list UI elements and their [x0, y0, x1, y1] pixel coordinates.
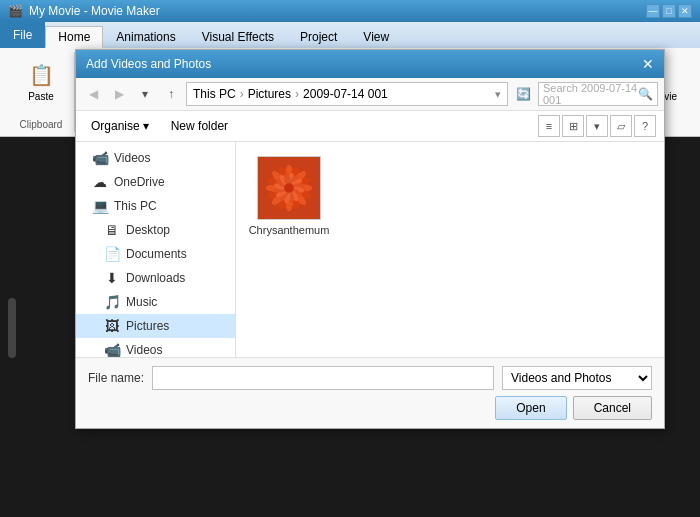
nav-videos-2[interactable]: 📹 Videos [76, 338, 235, 357]
nav-downloads-label: Downloads [126, 271, 185, 285]
tab-file[interactable]: File [0, 22, 45, 48]
filename-input[interactable] [152, 366, 494, 390]
address-path[interactable]: This PC › Pictures › 2009-07-14 001 ▾ [186, 82, 508, 106]
chrysanthemum-svg [258, 156, 320, 220]
pictures-icon: 🖼 [104, 318, 120, 334]
nav-pictures-label: Pictures [126, 319, 169, 333]
svg-point-33 [284, 183, 294, 193]
filetype-select[interactable]: Videos and Photos [502, 366, 652, 390]
file-browser: 📹 Videos ☁ OneDrive 💻 This PC 🖥 Desktop … [76, 142, 664, 357]
tab-visual-effects[interactable]: Visual Effects [189, 26, 287, 48]
nav-desktop-label: Desktop [126, 223, 170, 237]
preview-pane-button[interactable]: ▱ [610, 115, 632, 137]
clipboard-items: 📋 Paste [16, 54, 66, 115]
path-dropdown[interactable]: ▾ [495, 88, 501, 101]
file-area: Chrysanthemum [236, 142, 664, 357]
organise-label: Organise [91, 119, 140, 133]
documents-icon: 📄 [104, 246, 120, 262]
dialog-title-text: Add Videos and Photos [86, 57, 211, 71]
path-folder: 2009-07-14 001 [303, 87, 388, 101]
paste-icon: 📋 [25, 59, 57, 91]
new-folder-button[interactable]: New folder [162, 116, 237, 136]
nav-downloads[interactable]: ⬇ Downloads [76, 266, 235, 290]
view-buttons: ≡ ⊞ ▾ ▱ ? [538, 115, 656, 137]
nav-pictures[interactable]: 🖼 Pictures [76, 314, 235, 338]
file-toolbar: Organise ▾ New folder ≡ ⊞ ▾ ▱ ? [76, 111, 664, 142]
tab-home[interactable]: Home [45, 26, 103, 48]
open-button[interactable]: Open [495, 396, 566, 420]
paste-button[interactable]: 📋 Paste [16, 54, 66, 107]
back-button[interactable]: ◀ [82, 83, 104, 105]
dialog-title-bar: Add Videos and Photos ✕ [76, 50, 664, 78]
nav-thispc-label: This PC [114, 199, 157, 213]
dialog-close-button[interactable]: ✕ [642, 56, 654, 72]
window-title: My Movie - Movie Maker [29, 4, 160, 18]
forward-button[interactable]: ▶ [108, 83, 130, 105]
downloads-icon: ⬇ [104, 270, 120, 286]
search-box[interactable]: Search 2009-07-14 001 🔍 [538, 82, 658, 106]
desktop-icon: 🖥 [104, 222, 120, 238]
clipboard-group: 📋 Paste Clipboard [8, 52, 75, 132]
title-bar-controls: — □ ✕ [646, 4, 692, 18]
dialog-buttons: Open Cancel [88, 396, 652, 420]
help-button[interactable]: ? [634, 115, 656, 137]
address-bar: ◀ ▶ ▾ ↑ This PC › Pictures › 2009-07-14 … [76, 78, 664, 111]
nav-videos-label-1: Videos [114, 151, 150, 165]
filename-row: File name: Videos and Photos [88, 366, 652, 390]
up-button[interactable]: ↑ [160, 83, 182, 105]
videos-icon-2: 📹 [104, 342, 120, 357]
videos-icon: 📹 [92, 150, 108, 166]
title-bar-left: 🎬 My Movie - Movie Maker [8, 4, 160, 18]
search-placeholder: Search 2009-07-14 001 [543, 82, 638, 106]
close-window-button[interactable]: ✕ [678, 4, 692, 18]
path-thispc: This PC [193, 87, 236, 101]
nav-music[interactable]: 🎵 Music [76, 290, 235, 314]
view-grid-button[interactable]: ⊞ [562, 115, 584, 137]
thispc-icon: 💻 [92, 198, 108, 214]
tab-view[interactable]: View [350, 26, 402, 48]
music-icon: 🎵 [104, 294, 120, 310]
path-pictures: Pictures [248, 87, 291, 101]
minimize-button[interactable]: — [646, 4, 660, 18]
paste-label: Paste [28, 91, 54, 102]
search-icon: 🔍 [638, 87, 653, 101]
onedrive-icon: ☁ [92, 174, 108, 190]
app-icon: 🎬 [8, 4, 23, 18]
recent-locations-button[interactable]: ▾ [134, 83, 156, 105]
nav-thispc[interactable]: 💻 This PC [76, 194, 235, 218]
refresh-button[interactable]: 🔄 [512, 83, 534, 105]
nav-desktop[interactable]: 🖥 Desktop [76, 218, 235, 242]
nav-onedrive[interactable]: ☁ OneDrive [76, 170, 235, 194]
file-chrysanthemum[interactable]: Chrysanthemum [244, 150, 334, 242]
organise-dropdown-icon: ▾ [143, 119, 149, 133]
sidebar-navigation: 📹 Videos ☁ OneDrive 💻 This PC 🖥 Desktop … [76, 142, 236, 357]
nav-videos-1[interactable]: 📹 Videos [76, 146, 235, 170]
chrysanthemum-thumbnail [257, 156, 321, 220]
nav-music-label: Music [126, 295, 157, 309]
nav-documents[interactable]: 📄 Documents [76, 242, 235, 266]
tab-animations[interactable]: Animations [103, 26, 188, 48]
nav-videos-label-2: Videos [126, 343, 162, 357]
view-dropdown-button[interactable]: ▾ [586, 115, 608, 137]
filename-label: File name: [88, 371, 144, 385]
chrysanthemum-label: Chrysanthemum [249, 224, 330, 236]
new-folder-label: New folder [171, 119, 228, 133]
maximize-button[interactable]: □ [662, 4, 676, 18]
view-list-button[interactable]: ≡ [538, 115, 560, 137]
clipboard-label: Clipboard [20, 117, 63, 130]
scrollbar[interactable] [8, 298, 16, 358]
main-area: Add Videos and Photos ✕ ◀ ▶ ▾ ↑ This PC … [0, 137, 700, 517]
organise-button[interactable]: Organise ▾ [84, 116, 156, 136]
cancel-button[interactable]: Cancel [573, 396, 652, 420]
tab-project[interactable]: Project [287, 26, 350, 48]
ribbon-tabs: File Home Animations Visual Effects Proj… [0, 22, 700, 48]
path-sep1: › [240, 87, 244, 101]
dialog-bottom: File name: Videos and Photos Open Cancel [76, 357, 664, 428]
nav-onedrive-label: OneDrive [114, 175, 165, 189]
path-sep2: › [295, 87, 299, 101]
nav-documents-label: Documents [126, 247, 187, 261]
title-bar: 🎬 My Movie - Movie Maker — □ ✕ [0, 0, 700, 22]
add-videos-dialog: Add Videos and Photos ✕ ◀ ▶ ▾ ↑ This PC … [75, 49, 665, 429]
